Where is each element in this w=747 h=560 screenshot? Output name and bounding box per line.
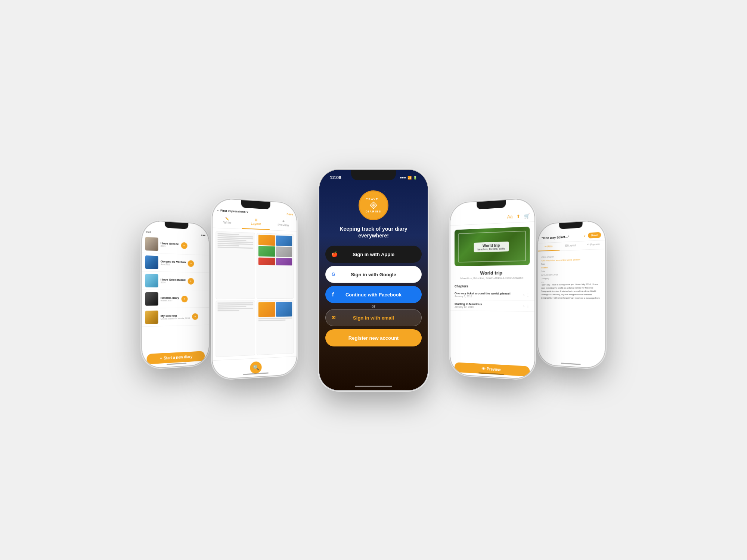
preview-button[interactable]: 👁 Preview xyxy=(455,362,530,377)
writing-body-text: I can't say I have a boring office job. … xyxy=(541,283,602,300)
writing-save-button[interactable]: Save xyxy=(588,232,601,239)
thumb-gorges xyxy=(145,255,158,269)
home-indicator-center xyxy=(355,386,392,387)
sign-in-email-button[interactable]: ✉ Sign in with email xyxy=(325,309,422,326)
layout-page-1 xyxy=(216,231,255,299)
tab-layout[interactable]: 🖼 Layout xyxy=(242,215,270,230)
badge-griekenland: ✈ xyxy=(188,278,194,284)
thumb-griekenland xyxy=(145,274,158,287)
search-icon[interactable]: 🔍 xyxy=(250,361,261,374)
app-logo: TRAVEL DIARIES xyxy=(359,190,388,220)
diary-item-gorges[interactable]: Gorges du Verdon Juin 2015 ✈ xyxy=(142,253,209,273)
phone-center: 12:08 ●●● 📶 🔋 TRAVEL xyxy=(319,170,428,390)
phone-left-back: ← First impressions ∨ Save ✏️ Write 🖼 La… xyxy=(213,198,297,379)
cover-label: World trip beaches, forests, cliffs xyxy=(474,242,509,252)
center-content: 12:08 ●●● 📶 🔋 TRAVEL xyxy=(319,170,428,390)
layout-body xyxy=(213,228,297,361)
worldtrip-subtitle: Mauritius, Réunion, South-Africa & New-Z… xyxy=(455,276,530,280)
share-icon[interactable]: ⬆ xyxy=(517,214,520,219)
email-icon: ✉ xyxy=(332,315,335,320)
start-diary-button[interactable]: + Start a new diary xyxy=(147,351,205,364)
diary-item-greece[interactable]: I love Greece 2013 ✈ xyxy=(142,234,209,255)
worldtrip-content: Aa ⬆ 🛒 World trip beaches, forests, clif… xyxy=(450,198,534,379)
font-size-icon[interactable]: Aa xyxy=(507,214,513,220)
chapter-arrow-2: › xyxy=(523,304,524,308)
auth-buttons-bottom: ✉ Sign in with email Register new accoun… xyxy=(319,309,428,346)
phone-far-left: 9:41 ●●● I love Greece 2013 ✈ Gorges du … xyxy=(142,220,209,368)
writing-tab-preview[interactable]: 👁 Preview xyxy=(582,240,605,250)
chapter-1[interactable]: One way ticket around the world, please!… xyxy=(450,289,534,301)
or-divider: or xyxy=(363,304,384,308)
tab-write[interactable]: ✏️ Write xyxy=(213,213,242,228)
layout-page-3 xyxy=(216,301,255,357)
thumb-greece xyxy=(145,237,158,251)
diary-item-solo[interactable]: My solo trip United States & Canada, 201… xyxy=(142,308,209,327)
phone-far-right-inner: "One way ticket..." ∨ Save ✏ Write 🖼 Lay… xyxy=(538,220,605,368)
worldtrip-cover: World trip beaches, forests, cliffs xyxy=(455,227,530,266)
badge-gorges: ✈ xyxy=(188,260,194,267)
thumb-iceland xyxy=(145,292,158,306)
far-left-content: 9:41 ●●● I love Greece 2013 ✈ Gorges du … xyxy=(142,220,209,368)
layout-page-2 xyxy=(257,233,294,299)
worldtrip-title-section: World trip Mauritius, Réunion, South-Afr… xyxy=(450,270,534,283)
chapter-2[interactable]: Starting in Mauritius January 12, 2018 ›… xyxy=(450,300,534,312)
cart-icon[interactable]: 🛒 xyxy=(524,213,530,219)
or-text: or xyxy=(372,304,375,308)
writing-body: of this chapter "One way ticket around t… xyxy=(538,249,605,368)
layout-page-4 xyxy=(257,300,294,355)
writing-title: "One way ticket..." xyxy=(542,235,569,240)
status-time: 12:08 xyxy=(330,175,341,180)
dropdown-icon[interactable]: ∨ xyxy=(583,234,586,237)
layout-content: ← First impressions ∨ Save ✏️ Write 🖼 La… xyxy=(213,198,297,379)
apple-icon: 🍎 xyxy=(331,251,338,257)
search-bar-bottom: 🔍 xyxy=(213,356,297,379)
worldtrip-name: World trip xyxy=(455,270,530,276)
writing-tab-layout[interactable]: 🖼 Layout xyxy=(560,242,582,251)
badge-iceland: ✈ xyxy=(181,295,187,302)
scene: 9:41 ●●● I love Greece 2013 ✈ Gorges du … xyxy=(112,75,635,485)
chapter-arrow-1: › xyxy=(523,293,524,297)
badge-greece: ✈ xyxy=(181,242,187,249)
more-icon-2[interactable]: ⋮ xyxy=(526,304,530,308)
sign-in-apple-button[interactable]: 🍎 Sign in with Apple xyxy=(325,246,422,263)
phone-left-back-inner: ← First impressions ∨ Save ✏️ Write 🖼 La… xyxy=(213,198,297,379)
sign-in-google-button[interactable]: G Sign in with Google xyxy=(325,266,422,283)
more-icon-1[interactable]: ⋮ xyxy=(526,293,530,297)
auth-buttons: 🍎 Sign in with Apple G Sign in with Goog… xyxy=(319,246,428,303)
diary-item-griekenland[interactable]: I love Griekenland 2014 ✈ xyxy=(142,271,209,290)
phone-far-right: "One way ticket..." ∨ Save ✏ Write 🖼 Lay… xyxy=(538,220,605,368)
phone-right-back: Aa ⬆ 🛒 World trip beaches, forests, clif… xyxy=(450,198,534,379)
facebook-icon: f xyxy=(332,292,334,298)
tab-preview[interactable]: 👁 Preview xyxy=(270,216,297,231)
badge-solo: ✈ xyxy=(192,313,198,320)
chapters-label: Chapters xyxy=(450,283,534,290)
register-button[interactable]: Register new account xyxy=(325,329,422,346)
status-bar-center: 12:08 ●●● 📶 🔋 xyxy=(319,175,428,180)
app-tagline: Keeping track of your diary everywhere! xyxy=(319,225,428,239)
thumb-solo xyxy=(145,311,158,324)
diary-item-iceland[interactable]: Iceland, baby Winter 2017 ✈ xyxy=(142,290,209,308)
phone-right-back-inner: Aa ⬆ 🛒 World trip beaches, forests, clif… xyxy=(450,198,534,379)
writing-tab-write[interactable]: ✏ Write xyxy=(538,242,560,251)
google-icon: G xyxy=(332,272,335,277)
sign-in-facebook-button[interactable]: f Continue with Facebook xyxy=(325,286,422,303)
phone-center-inner: 12:08 ●●● 📶 🔋 TRAVEL xyxy=(319,170,428,390)
writing-content: "One way ticket..." ∨ Save ✏ Write 🖼 Lay… xyxy=(538,220,605,368)
phone-far-left-inner: 9:41 ●●● I love Greece 2013 ✈ Gorges du … xyxy=(142,220,209,368)
